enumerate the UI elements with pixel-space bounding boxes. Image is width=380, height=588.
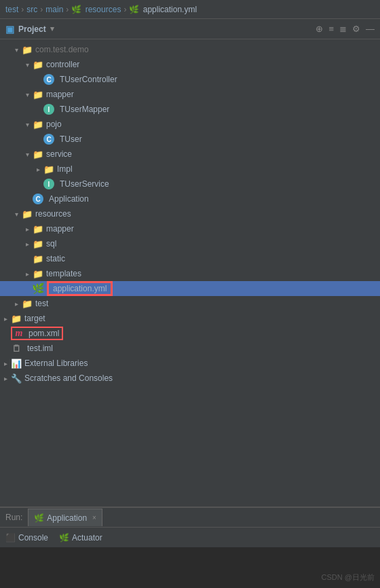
run-bar: Run: 🌿 Application × (0, 507, 380, 527)
folder-icon: 📁 (43, 164, 54, 174)
arrow-service[interactable] (22, 151, 33, 158)
breadcrumb-test[interactable]: test (5, 5, 18, 14)
yaml-icon: 🌿 (33, 283, 43, 294)
class-i-icon: I (43, 104, 54, 115)
resources-leaf-icon: 🌿 (71, 5, 81, 14)
console-label: Console (18, 533, 48, 543)
run-tab-label: Application (47, 513, 87, 523)
yml-breadcrumb-icon: 🌿 (129, 5, 139, 14)
panel-folder-icon: ▣ (5, 24, 14, 35)
minimize-icon[interactable]: — (366, 24, 375, 34)
panel-actions: ⊕ ≡ ≣ ⚙ — (316, 24, 375, 34)
tree-item-application-yml[interactable]: 🌿 application.yml (0, 281, 380, 296)
scratches-icon: 🔧 (11, 373, 22, 384)
breadcrumb-yml[interactable]: 🌿 application.yml (129, 5, 197, 14)
arrow-scratches[interactable] (0, 375, 11, 382)
arrow-templates[interactable] (22, 270, 33, 278)
class-c-icon: C (43, 134, 54, 145)
tree-item-controller[interactable]: 📁 controller (0, 57, 380, 72)
globe-icon[interactable]: ⊕ (316, 24, 323, 34)
align-icon[interactable]: ≡ (328, 24, 334, 34)
breadcrumb-resources[interactable]: 🌿 resources (71, 5, 121, 14)
actuator-label: Actuator (72, 533, 102, 543)
project-panel: ▣ Project ▾ ⊕ ≡ ≣ ⚙ — 📁 com.test.demo 📁 … (0, 19, 380, 507)
tree-item-templates[interactable]: 📁 templates (0, 266, 380, 281)
tree-item-target[interactable]: 📁 target (0, 311, 380, 326)
arrow-controller[interactable] (22, 61, 33, 69)
run-tab-close-btn[interactable]: × (92, 514, 96, 521)
tree-item-pojo[interactable]: 📁 pojo (0, 117, 380, 132)
resources-folder-icon: 📁 (22, 208, 33, 219)
tree-item-pom-xml[interactable]: m pom.xml (0, 326, 380, 341)
external-libs-icon: 📊 (11, 358, 22, 369)
breadcrumb-src[interactable]: src (26, 5, 37, 14)
run-tab-application[interactable]: 🌿 Application × (28, 509, 102, 526)
pom-highlight-box: m pom.xml (11, 327, 63, 340)
actuator-button[interactable]: 🌿 Actuator (59, 533, 102, 543)
arrow-mapper-res[interactable] (22, 225, 33, 233)
console-icon: ⬛ (5, 533, 16, 543)
folder-icon: 📁 (33, 268, 43, 279)
arrow-resources[interactable] (11, 210, 22, 218)
arrow-com-test-demo[interactable] (11, 46, 22, 54)
folder-icon: 📁 (33, 223, 43, 234)
folder-icon: 📁 (33, 89, 43, 100)
panel-dropdown-arrow[interactable]: ▾ (50, 24, 54, 33)
tree-item-test-iml[interactable]: 🗒 test.iml (0, 341, 380, 356)
arrow-impl[interactable] (33, 166, 43, 173)
class-c-icon: C (43, 74, 54, 85)
tree-item-resources[interactable]: 📁 resources (0, 206, 380, 221)
pom-xml-icon: m (14, 328, 24, 339)
tree-item-com-test-demo[interactable]: 📁 com.test.demo (0, 42, 380, 57)
arrow-mapper[interactable] (22, 91, 33, 98)
folder-icon: 📁 (33, 59, 43, 70)
iml-icon: 🗒 (11, 343, 22, 354)
watermark: CSDN @日光前 (322, 572, 375, 583)
folder-icon: 📁 (33, 149, 43, 160)
breadcrumb: test › src › main › 🌿 resources › 🌿 appl… (0, 0, 380, 19)
console-button[interactable]: ⬛ Console (5, 533, 48, 543)
tree-item-tuser[interactable]: C TUser (0, 132, 380, 147)
settings-icon[interactable]: ⚙ (352, 24, 360, 34)
class-i-icon: I (43, 179, 54, 189)
folder-icon: 📁 (33, 253, 43, 264)
target-folder-icon: 📁 (11, 313, 22, 324)
tree-item-external-libs[interactable]: 📊 External Libraries (0, 356, 380, 371)
arrow-target[interactable] (0, 315, 11, 323)
tree-item-tuserservice[interactable]: I TUserService (0, 177, 380, 191)
align2-icon[interactable]: ≣ (339, 24, 347, 34)
tree-item-tusermapper[interactable]: I TUserMapper (0, 102, 380, 117)
arrow-external-libs[interactable] (0, 360, 11, 367)
actuator-icon: 🌿 (59, 533, 69, 543)
tree-item-scratches[interactable]: 🔧 Scratches and Consoles (0, 371, 380, 386)
panel-header: ▣ Project ▾ ⊕ ≡ ≣ ⚙ — (0, 19, 380, 39)
run-label: Run: (5, 513, 22, 522)
tree-item-impl[interactable]: 📁 Impl (0, 162, 380, 177)
breadcrumb-main[interactable]: main (45, 5, 63, 14)
run-tab-spring-icon: 🌿 (34, 513, 44, 523)
class-c-icon: C (33, 194, 43, 204)
console-bar: ⬛ Console 🌿 Actuator (0, 527, 380, 547)
folder-icon: 📁 (33, 238, 43, 249)
folder-icon: 📁 (22, 298, 33, 309)
arrow-pojo[interactable] (22, 121, 33, 128)
tree-item-application-class[interactable]: C Application (0, 191, 380, 206)
tree-item-mapper[interactable]: 📁 mapper (0, 87, 380, 102)
folder-icon: 📁 (22, 44, 33, 55)
arrow-test[interactable] (11, 300, 22, 308)
panel-title: ▣ Project ▾ (5, 24, 54, 35)
tree-item-static[interactable]: 📁 static (0, 251, 380, 266)
file-tree: 📁 com.test.demo 📁 controller C TUserCont… (0, 39, 380, 507)
tree-item-tusercontroller[interactable]: C TUserController (0, 72, 380, 87)
tree-item-mapper-resources[interactable]: 📁 mapper (0, 221, 380, 236)
folder-icon: 📁 (33, 119, 43, 130)
tree-item-test[interactable]: 📁 test (0, 296, 380, 311)
tree-item-service[interactable]: 📁 service (0, 147, 380, 162)
arrow-sql[interactable] (22, 240, 33, 248)
tree-item-sql[interactable]: 📁 sql (0, 236, 380, 251)
